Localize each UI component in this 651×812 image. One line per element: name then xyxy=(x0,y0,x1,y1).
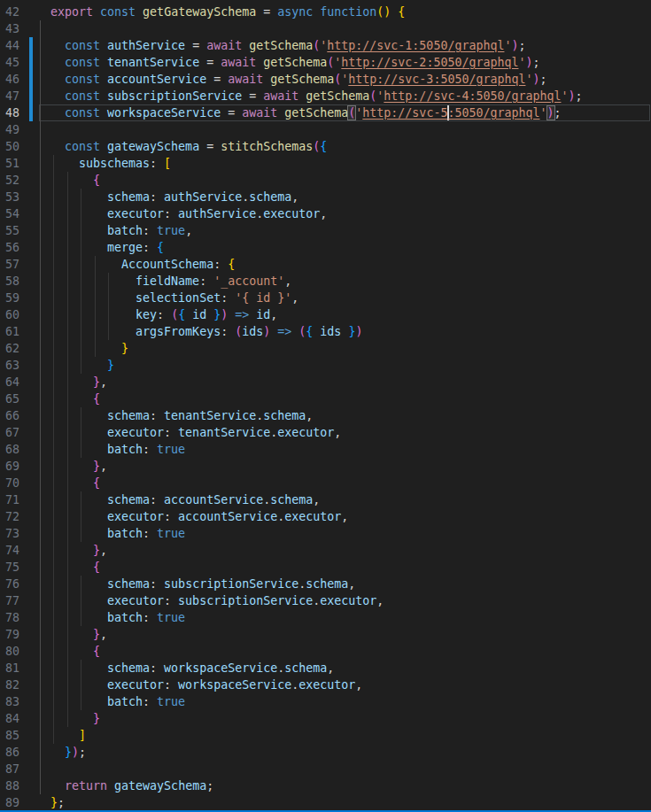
code-line[interactable]: 88 return gatewaySchema; xyxy=(0,777,651,794)
code-line[interactable]: 82 executor: workspaceService.executor, xyxy=(0,677,651,693)
line-number[interactable]: 83 xyxy=(0,693,19,710)
link-underlined-url[interactable]: http://svc-5 xyxy=(362,106,447,120)
code-line[interactable]: 61 argsFromKeys: (ids) => ({ ids }) xyxy=(0,323,651,340)
line-number[interactable]: 66 xyxy=(0,407,19,424)
line-number[interactable]: 89 xyxy=(0,794,19,811)
line-number[interactable]: 56 xyxy=(0,239,19,256)
line-number[interactable]: 50 xyxy=(0,138,19,155)
code-line[interactable]: 47 const subscriptionService = await get… xyxy=(0,88,651,104)
code-line[interactable]: 89}; xyxy=(0,794,651,811)
line-number[interactable]: 69 xyxy=(0,458,19,475)
link-underlined-url[interactable]: http://svc-3:5050/graphql xyxy=(348,73,525,86)
line-number[interactable]: 71 xyxy=(0,491,19,508)
code-line[interactable]: 78 batch: true xyxy=(0,609,651,626)
code-line[interactable]: 44 const authService = await getSchema('… xyxy=(0,37,651,54)
code-line[interactable]: 79 }, xyxy=(0,626,651,643)
line-number[interactable]: 80 xyxy=(0,643,19,660)
code-line[interactable]: 53 schema: authService.schema, xyxy=(0,189,651,205)
code-line[interactable]: 81 schema: workspaceService.schema, xyxy=(0,660,651,677)
code-line[interactable]: 51 subschemas: [ xyxy=(0,155,651,172)
line-number[interactable]: 74 xyxy=(0,542,19,559)
code-line[interactable]: 42export const getGatewaySchema = async … xyxy=(0,4,651,20)
line-number[interactable]: 46 xyxy=(0,71,19,88)
line-number[interactable]: 73 xyxy=(0,525,19,542)
code-line[interactable]: 84 } xyxy=(0,710,651,727)
line-number[interactable]: 47 xyxy=(0,88,19,104)
code-line[interactable]: 67 executor: tenantService.executor, xyxy=(0,424,651,441)
line-number[interactable]: 60 xyxy=(0,306,19,323)
code-line[interactable]: 62 } xyxy=(0,340,651,357)
code-line[interactable]: 74 }, xyxy=(0,542,651,559)
code-line[interactable]: 87 xyxy=(0,761,651,777)
code-line[interactable]: 54 executor: authService.executor, xyxy=(0,205,651,222)
code-line[interactable]: 48 const workspaceService = await getSch… xyxy=(0,104,651,121)
line-number[interactable]: 77 xyxy=(0,592,19,609)
code-line[interactable]: 75 { xyxy=(0,559,651,576)
line-number[interactable]: 88 xyxy=(0,777,19,794)
link-underlined-url[interactable]: http://svc-1:5050/graphql xyxy=(327,39,504,52)
line-number[interactable]: 52 xyxy=(0,172,19,189)
line-number[interactable]: 48 xyxy=(0,104,19,121)
line-number[interactable]: 85 xyxy=(0,727,19,744)
code-line[interactable]: 57 AccountSchema: { xyxy=(0,256,651,273)
link-underlined-url[interactable]: http://svc-2:5050/graphql xyxy=(341,56,518,69)
line-number[interactable]: 78 xyxy=(0,609,19,626)
line-number[interactable]: 79 xyxy=(0,626,19,643)
line-number[interactable]: 63 xyxy=(0,357,19,374)
line-number[interactable]: 55 xyxy=(0,222,19,239)
link-underlined-url[interactable]: http://svc-4:5050/graphql xyxy=(384,89,561,103)
code-line[interactable]: 45 const tenantService = await getSchema… xyxy=(0,54,651,71)
line-number[interactable]: 68 xyxy=(0,441,19,458)
code-line[interactable]: 55 batch: true, xyxy=(0,222,651,239)
line-number[interactable]: 64 xyxy=(0,374,19,391)
line-number[interactable]: 84 xyxy=(0,710,19,727)
line-number[interactable]: 53 xyxy=(0,189,19,205)
line-number[interactable]: 70 xyxy=(0,475,19,491)
line-number[interactable]: 45 xyxy=(0,54,19,71)
code-line[interactable]: 68 batch: true xyxy=(0,441,651,458)
code-line[interactable]: 65 { xyxy=(0,391,651,407)
code-line[interactable]: 64 }, xyxy=(0,374,651,391)
link-underlined-url[interactable]: :5050/graphql xyxy=(447,106,539,120)
code-line[interactable]: 63 } xyxy=(0,357,651,374)
line-number[interactable]: 58 xyxy=(0,273,19,290)
code-line[interactable]: 46 const accountService = await getSchem… xyxy=(0,71,651,88)
line-number[interactable]: 87 xyxy=(0,761,19,777)
line-number[interactable]: 57 xyxy=(0,256,19,273)
code-line[interactable]: 70 { xyxy=(0,475,651,491)
code-line[interactable]: 69 }, xyxy=(0,458,651,475)
code-editor[interactable]: 42export const getGatewaySchema = async … xyxy=(0,0,651,812)
code-line[interactable]: 85 ] xyxy=(0,727,651,744)
code-line[interactable]: 83 batch: true xyxy=(0,693,651,710)
code-line[interactable]: 76 schema: subscriptionService.schema, xyxy=(0,576,651,592)
code-line[interactable]: 56 merge: { xyxy=(0,239,651,256)
line-number[interactable]: 62 xyxy=(0,340,19,357)
line-number[interactable]: 49 xyxy=(0,121,19,138)
code-line[interactable]: 71 schema: accountService.schema, xyxy=(0,491,651,508)
line-number[interactable]: 72 xyxy=(0,508,19,525)
code-line[interactable]: 58 fieldName: '_account', xyxy=(0,273,651,290)
line-number[interactable]: 81 xyxy=(0,660,19,677)
line-number[interactable]: 65 xyxy=(0,391,19,407)
code-line[interactable]: 50 const gatewaySchema = stitchSchemas({ xyxy=(0,138,651,155)
line-number[interactable]: 59 xyxy=(0,290,19,306)
line-number[interactable]: 82 xyxy=(0,677,19,693)
line-number[interactable]: 75 xyxy=(0,559,19,576)
code-line[interactable]: 73 batch: true xyxy=(0,525,651,542)
code-line[interactable]: 77 executor: subscriptionService.executo… xyxy=(0,592,651,609)
line-number[interactable]: 42 xyxy=(0,4,19,20)
code-line[interactable]: 52 { xyxy=(0,172,651,189)
code-line[interactable]: 80 { xyxy=(0,643,651,660)
line-number[interactable]: 51 xyxy=(0,155,19,172)
code-line[interactable]: 43 xyxy=(0,20,651,37)
code-line[interactable]: 60 key: ({ id }) => id, xyxy=(0,306,651,323)
line-number[interactable]: 43 xyxy=(0,20,19,37)
line-number[interactable]: 61 xyxy=(0,323,19,340)
line-number[interactable]: 86 xyxy=(0,744,19,761)
line-number[interactable]: 67 xyxy=(0,424,19,441)
code-line[interactable]: 72 executor: accountService.executor, xyxy=(0,508,651,525)
line-number[interactable]: 76 xyxy=(0,576,19,592)
code-line[interactable]: 86 }); xyxy=(0,744,651,761)
code-line[interactable]: 49 xyxy=(0,121,651,138)
line-number[interactable]: 54 xyxy=(0,205,19,222)
